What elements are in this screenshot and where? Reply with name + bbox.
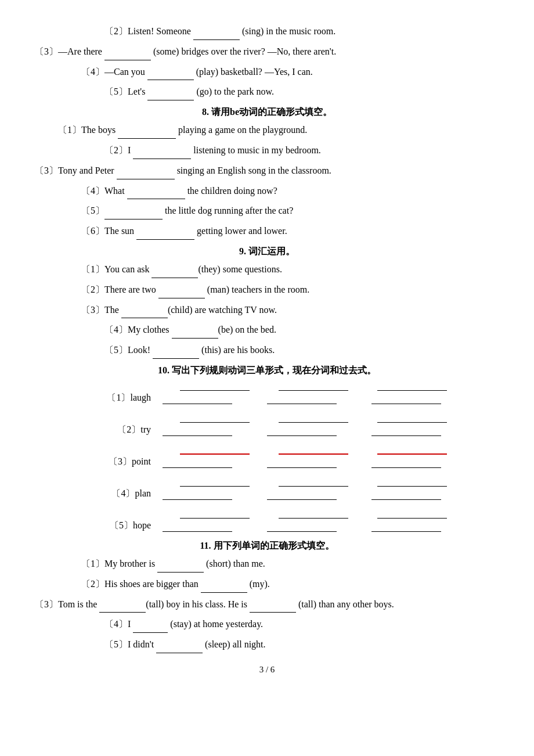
blank-9-5: [153, 348, 199, 359]
blank-10-2-5: [267, 426, 337, 436]
blank-10-1-1: [180, 380, 250, 391]
blank-9-3: [121, 308, 168, 318]
blank-10-1-6: [371, 394, 441, 404]
blank-10-3-6: [371, 458, 441, 468]
blank-10-4-6: [371, 489, 441, 500]
section8-title: 8. 请用be动词的正确形式填空。: [35, 106, 499, 118]
blank-11-4: [133, 622, 168, 633]
item-9-5: 〔5〕Look! (this) are his books.: [35, 342, 499, 359]
section9-title: 9. 词汇运用。: [35, 246, 499, 258]
blank-10-3-3: [377, 444, 447, 455]
blank-8-3: [117, 169, 175, 179]
blank-10-5-4: [163, 521, 232, 532]
item-8-3: 〔3〕Tony and Peter singing an English son…: [35, 163, 499, 179]
section11-title: 11. 用下列单词的正确形式填空。: [35, 540, 499, 552]
verb-section-5: 〔5〕hope: [35, 508, 499, 532]
blank-10-1-3: [377, 380, 447, 391]
blank-10-5-6: [371, 521, 441, 532]
blank-10-3-1: [180, 444, 250, 455]
blank-10-1-4: [163, 394, 232, 404]
section10-title: 10. 写出下列规则动词三单形式，现在分词和过去式。: [35, 365, 499, 377]
item-9-4: 〔4〕My clothes (be) on the bed.: [35, 322, 499, 339]
blank-9-2: [158, 288, 205, 298]
item-11-4: 〔4〕I (stay) at home yesterday.: [35, 616, 499, 633]
blank-8-4: [127, 189, 185, 199]
blank-11-3b: [250, 602, 296, 613]
item-8-6: 〔6〕The sun getting lower and lower.: [35, 223, 499, 240]
blank-10-5-2: [279, 508, 348, 519]
item-7-4: 〔4〕—Can you (play) basketball? —Yes, I c…: [35, 64, 499, 81]
blank-7-4: [147, 70, 194, 80]
blank-8-1: [118, 128, 176, 139]
item-7-5: 〔5〕Let's (go) to the park now.: [35, 84, 499, 100]
verb-label-3: 〔3〕point: [104, 456, 151, 468]
blank-10-2-6: [371, 426, 441, 436]
blank-8-6: [136, 229, 194, 240]
verb-label-5: 〔5〕hope: [104, 520, 151, 532]
item-9-3: 〔3〕The (child) are watching TV now.: [35, 302, 499, 319]
item-11-2: 〔2〕His shoes are bigger than (my).: [35, 576, 499, 593]
blank-10-4-1: [180, 476, 250, 487]
item-9-2: 〔2〕There are two (man) teachers in the r…: [35, 282, 499, 298]
item-8-2: 〔2〕I listening to music in my bedroom.: [35, 142, 499, 159]
blank-10-1-5: [267, 394, 337, 404]
blank-9-4: [172, 328, 218, 339]
blank-10-2-4: [163, 426, 232, 436]
blank-7-5: [147, 90, 194, 100]
item-11-5: 〔5〕I didn't (sleep) all night.: [35, 636, 499, 653]
blank-8-5: [104, 209, 163, 219]
item-11-3: 〔3〕Tom is the (tall) boy in his class. H…: [35, 596, 499, 613]
blank-7-2: [193, 30, 240, 40]
blank-10-3-4: [163, 458, 232, 468]
verb-section-2: 〔2〕try: [35, 412, 499, 436]
blank-9-1: [151, 268, 198, 278]
blank-10-1-2: [279, 380, 348, 391]
item-7-2: 〔2〕Listen! Someone (sing) in the music r…: [35, 23, 499, 40]
blank-10-3-5: [267, 458, 337, 468]
item-11-1: 〔1〕My brother is (short) than me.: [35, 556, 499, 573]
blank-8-2: [133, 149, 191, 159]
verb-label-4: 〔4〕plan: [104, 488, 151, 500]
blank-10-2-1: [180, 412, 250, 423]
verb-label-1: 〔1〕laugh: [104, 392, 151, 404]
verb-section-4: 〔4〕plan: [35, 476, 499, 500]
verb-section-1: 〔1〕laugh: [35, 380, 499, 404]
item-9-1: 〔1〕You can ask (they) some questions.: [35, 261, 499, 278]
item-7-3: 〔3〕—Are there (some) bridges over the ri…: [35, 44, 499, 60]
item-8-1: 〔1〕The boys playing a game on the playgr…: [35, 122, 499, 139]
blank-10-2-3: [377, 412, 447, 423]
blank-10-5-3: [377, 508, 447, 519]
blank-10-5-1: [180, 508, 250, 519]
blank-10-2-2: [279, 412, 348, 423]
verb-section-3: 〔3〕point: [35, 444, 499, 468]
blank-10-5-5: [267, 521, 337, 532]
blank-10-4-5: [267, 489, 337, 500]
blank-10-4-4: [163, 489, 232, 500]
item-8-5: 〔5〕 the little dog running after the cat…: [35, 203, 499, 219]
blank-10-4-3: [377, 476, 447, 487]
page-number: 3 / 6: [35, 665, 499, 675]
blank-11-5: [156, 643, 203, 653]
blank-11-3a: [99, 602, 146, 613]
verb-label-2: 〔2〕try: [104, 424, 151, 436]
item-8-4: 〔4〕What the children doing now?: [35, 183, 499, 200]
blank-10-4-2: [279, 476, 348, 487]
blank-11-2: [201, 582, 247, 593]
page-content: 〔2〕Listen! Someone (sing) in the music r…: [35, 23, 499, 675]
blank-11-1: [157, 562, 204, 573]
blank-10-3-2: [279, 444, 348, 455]
blank-7-3: [104, 50, 151, 60]
